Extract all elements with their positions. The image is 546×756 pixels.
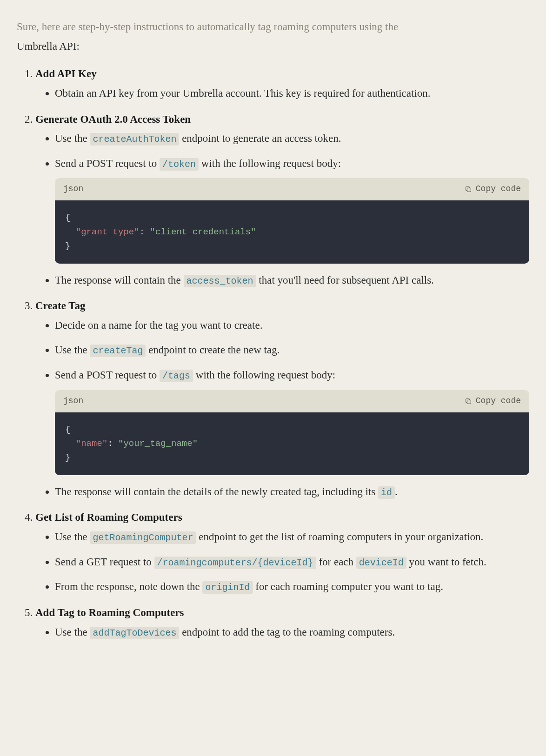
- text-run: Use the: [55, 531, 90, 543]
- substeps: Use the addTagToDevices endpoint to add …: [35, 624, 529, 641]
- svg-rect-1: [467, 400, 471, 404]
- text-run: for each roaming computer you want to ta…: [253, 581, 443, 592]
- inline-code: id: [378, 486, 395, 499]
- text-run: with the following request body:: [193, 369, 335, 381]
- substeps: Decide on a name for the tag you want to…: [35, 317, 529, 500]
- list-item: Decide on a name for the tag you want to…: [55, 317, 529, 334]
- text-run: Decide on a name for the tag you want to…: [55, 319, 262, 331]
- step-title: Add API Key: [35, 68, 97, 80]
- text-run: Send a POST request to: [55, 158, 160, 169]
- text-run: for each: [316, 556, 356, 568]
- copy-code-button[interactable]: Copy code: [465, 395, 521, 408]
- text-run: Use the: [55, 133, 90, 144]
- text-run: Send a POST request to: [55, 369, 160, 381]
- inline-code: getRoamingComputer: [90, 531, 196, 544]
- step: Add API KeyObtain an API key from your U…: [35, 66, 529, 101]
- intro-rest: Umbrella API:: [17, 38, 529, 55]
- text-run: endpoint to create the new tag.: [146, 344, 280, 356]
- list-item: The response will contain the details of…: [55, 484, 529, 500]
- text-run: The response will contain the: [55, 274, 184, 286]
- code-header: jsonCopy code: [55, 178, 529, 200]
- step-title: Add Tag to Roaming Computers: [35, 607, 184, 618]
- list-item: Send a POST request to /token with the f…: [55, 155, 529, 264]
- inline-code: createAuthToken: [90, 133, 179, 146]
- list-item: Use the addTagToDevices endpoint to add …: [55, 624, 529, 641]
- text-run: you want to fetch.: [406, 556, 486, 568]
- step: Get List of Roaming ComputersUse the get…: [35, 509, 529, 595]
- intro-faded: Sure, here are step-by-step instructions…: [17, 19, 529, 35]
- text-run: with the following request body:: [199, 158, 341, 169]
- copy-label: Copy code: [476, 395, 521, 408]
- inline-code: /roamingcomputers/{deviceId}: [154, 557, 316, 569]
- code-token: "name": [76, 438, 107, 449]
- text-run: Use the: [55, 344, 90, 356]
- inline-code: /tags: [160, 370, 193, 382]
- step-title: Generate OAuth 2.0 Access Token: [35, 113, 191, 125]
- code-lang-label: json: [63, 183, 83, 196]
- copy-label: Copy code: [476, 183, 521, 196]
- substeps: Use the getRoamingComputer endpoint to g…: [35, 529, 529, 595]
- inline-code: addTagToDevices: [90, 627, 179, 639]
- text-run: Send a GET request to: [55, 556, 154, 568]
- inline-code: originId: [202, 581, 253, 594]
- code-token: :: [140, 227, 150, 237]
- step-title: Get List of Roaming Computers: [35, 511, 182, 523]
- text-run: endpoint to generate an access token.: [179, 133, 341, 144]
- code-token: :: [107, 438, 118, 449]
- text-run: that you'll need for subsequent API call…: [256, 274, 434, 286]
- svg-rect-0: [467, 188, 471, 192]
- inline-code: createTag: [90, 345, 146, 357]
- code-block: jsonCopy code{ "grant_type": "client_cre…: [55, 178, 529, 263]
- text-run: endpoint to get the list of roaming comp…: [196, 531, 483, 543]
- inline-code: access_token: [184, 275, 256, 287]
- list-item: Use the getRoamingComputer endpoint to g…: [55, 529, 529, 545]
- step: Add Tag to Roaming ComputersUse the addT…: [35, 604, 529, 640]
- list-item: Use the createAuthToken endpoint to gene…: [55, 130, 529, 147]
- code-token: "your_tag_name": [118, 438, 198, 449]
- list-item: The response will contain the access_tok…: [55, 272, 529, 289]
- copy-icon: [465, 398, 472, 405]
- inline-code: /token: [160, 158, 199, 171]
- substeps: Obtain an API key from your Umbrella acc…: [35, 85, 529, 102]
- text-run: Use the: [55, 626, 90, 638]
- copy-code-button[interactable]: Copy code: [465, 183, 521, 196]
- text-run: .: [395, 486, 398, 497]
- code-token: {: [65, 212, 70, 223]
- inline-code: deviceId: [356, 557, 406, 569]
- code-block: jsonCopy code{ "name": "your_tag_name" }: [55, 390, 529, 475]
- steps-list: Add API KeyObtain an API key from your U…: [17, 66, 529, 640]
- text-run: Obtain an API key from your Umbrella acc…: [55, 87, 431, 99]
- step-title: Create Tag: [35, 300, 86, 312]
- code-body: { "grant_type": "client_credentials" }: [55, 200, 529, 263]
- code-token: }: [65, 452, 70, 463]
- code-header: jsonCopy code: [55, 390, 529, 412]
- substeps: Use the createAuthToken endpoint to gene…: [35, 130, 529, 288]
- text-run: endpoint to add the tag to the roaming c…: [179, 626, 395, 638]
- code-body: { "name": "your_tag_name" }: [55, 412, 529, 475]
- list-item: Send a POST request to /tags with the fo…: [55, 367, 529, 475]
- step: Generate OAuth 2.0 Access TokenUse the c…: [35, 111, 529, 289]
- code-token: "client_credentials": [150, 227, 256, 237]
- text-run: The response will contain the details of…: [55, 486, 378, 497]
- list-item: Send a GET request to /roamingcomputers/…: [55, 554, 529, 570]
- code-token: }: [65, 241, 70, 251]
- code-lang-label: json: [63, 395, 83, 408]
- copy-icon: [465, 186, 472, 193]
- list-item: Obtain an API key from your Umbrella acc…: [55, 85, 529, 102]
- list-item: From the response, note down the originI…: [55, 578, 529, 595]
- step: Create TagDecide on a name for the tag y…: [35, 298, 529, 500]
- list-item: Use the createTag endpoint to create the…: [55, 342, 529, 358]
- code-token: {: [65, 424, 70, 435]
- code-token: "grant_type": [76, 227, 140, 237]
- text-run: From the response, note down the: [55, 581, 202, 592]
